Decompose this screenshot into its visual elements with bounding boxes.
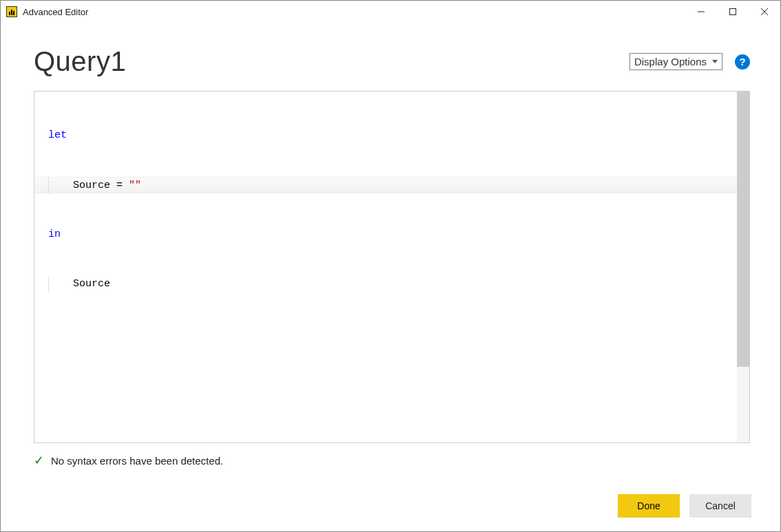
done-button[interactable]: Done [618, 494, 680, 518]
code-line: let [48, 127, 731, 144]
app-icon [6, 6, 17, 17]
window-controls [685, 1, 780, 23]
close-button[interactable] [749, 1, 780, 23]
display-options-dropdown[interactable]: Display Options [629, 53, 722, 70]
minimize-button[interactable] [685, 1, 717, 23]
scrollbar-thumb[interactable] [737, 92, 749, 367]
code-text: Source = [73, 180, 129, 191]
help-icon[interactable]: ? [735, 54, 750, 70]
code-line-current: Source = "" [34, 177, 737, 193]
chevron-down-icon [712, 60, 718, 63]
code-line: in [48, 226, 731, 243]
page-title: Query1 [34, 46, 126, 77]
indent-guide [48, 276, 73, 292]
status-row: ✓ No syntax errors have been detected. [34, 453, 750, 468]
keyword-in: in [48, 228, 61, 240]
titlebar: Advanced Editor [1, 1, 780, 23]
maximize-icon [729, 8, 736, 15]
svg-rect-1 [730, 9, 736, 15]
check-icon: ✓ [34, 453, 44, 468]
maximize-button[interactable] [717, 1, 749, 23]
status-message: No syntax errors have been detected. [51, 455, 223, 467]
code-text: Source [73, 278, 110, 290]
window-title: Advanced Editor [23, 7, 685, 17]
header-row: Query1 Display Options ? [34, 46, 750, 77]
content-area: Query1 Display Options ? let Source = ""… [1, 23, 780, 531]
minimize-icon [698, 8, 705, 15]
code-area[interactable]: let Source = "" in Source [34, 92, 737, 443]
indent-guide [48, 178, 73, 194]
vertical-scrollbar[interactable] [737, 92, 749, 443]
code-line: Source [48, 276, 731, 292]
display-options-label: Display Options [634, 56, 707, 67]
string-literal: "" [129, 180, 141, 191]
header-right: Display Options ? [629, 53, 750, 70]
button-row: Done Cancel [34, 494, 751, 518]
cancel-button[interactable]: Cancel [689, 494, 751, 518]
close-icon [761, 8, 768, 15]
code-editor[interactable]: let Source = "" in Source [34, 91, 750, 443]
keyword-let: let [48, 129, 67, 141]
